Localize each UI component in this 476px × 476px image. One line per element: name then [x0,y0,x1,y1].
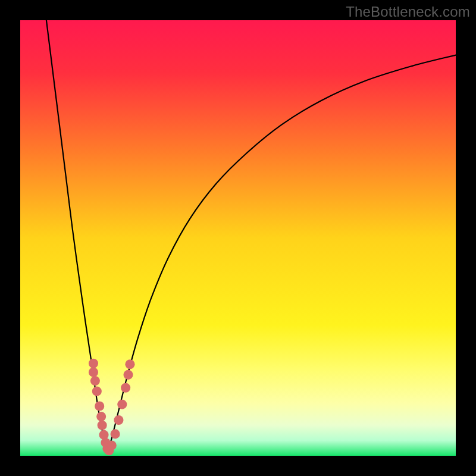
plot-area [20,20,456,456]
data-marker [114,415,123,425]
data-marker [95,402,104,411]
data-marker [123,370,133,380]
data-marker [98,421,107,430]
gradient-background [20,20,456,456]
watermark-text: TheBottleneck.com [346,4,470,20]
data-marker [96,412,106,421]
data-marker [89,367,98,377]
data-marker [107,440,117,450]
data-marker [111,429,120,439]
data-marker [117,400,127,409]
data-marker [121,383,130,393]
data-marker [89,359,98,368]
chart-frame: TheBottleneck.com [0,0,476,476]
data-marker [92,387,102,396]
bottleneck-curve-chart [20,20,456,456]
data-marker [125,359,134,369]
data-marker [90,376,100,386]
